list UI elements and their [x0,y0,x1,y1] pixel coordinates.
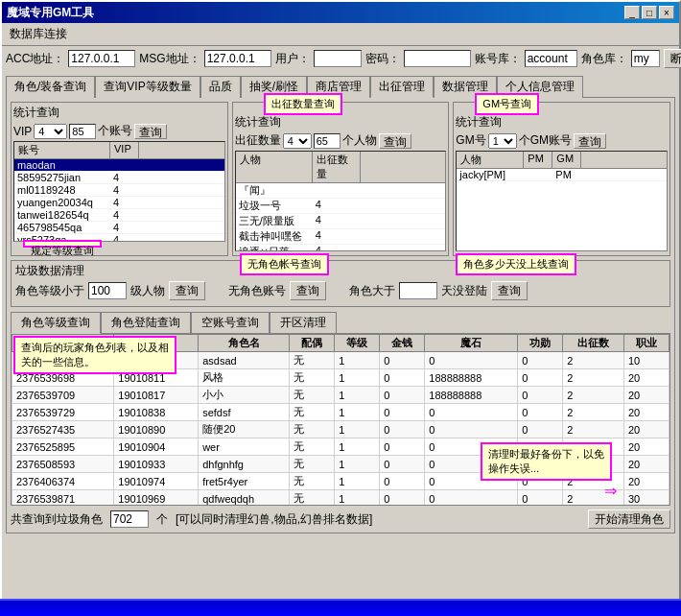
list-item[interactable]: ml011892484 [14,184,224,197]
expedition-query-button[interactable]: 查询 [379,133,411,149]
table-body: 237653978919010899asdsad无100021023765396… [12,352,669,507]
bottom-tab-strip: 角色等级查询 角色登陆查询 空账号查询 开区清理 [11,311,670,333]
vip-pink-label: 规定等级查询 [23,240,102,248]
vip-listbox[interactable]: 账号 VIP maodan 58595275jian4 ml011892484 … [13,141,225,242]
expedition-subtitle: 统计查询 [235,114,447,130]
gm-list-header: 人物 PM GM [457,152,667,169]
pwd-label: 密码： [365,51,400,67]
hint-label: [可以同时清理幻兽,物品,幻兽排名数据] [176,511,372,528]
level-input[interactable] [88,282,127,299]
maximize-button[interactable]: □ [642,6,657,19]
list-item[interactable]: 58595275jian4 [14,172,224,184]
level-unit: 级人物 [130,283,165,299]
tab-level-query[interactable]: 角色等级查询 [11,312,101,334]
gm-stat-box: GM号查询 统计查询 GM号 1 个GM账号 查询 人物 PM GM [453,102,670,256]
table-row[interactable]: 237653987119010969qdfweqdqh无1000230 [12,490,669,507]
tab-expedition[interactable]: 出征管理 [370,76,434,98]
days-label: 角色大于 [349,283,395,299]
expedition-listbox[interactable]: 人物 出征数量 『闻』 垃圾一号4 三无/限量版4 截击神叫嘿爸4 追逐∨日落4… [235,151,447,251]
col-expedition: 出征数 [563,335,624,352]
close-button[interactable]: × [659,6,674,19]
offline-days-text: 角色多少天没上线查询 [463,258,569,270]
vip-controls: VIP 4123 个账号 查询 [13,123,225,139]
expedition-query-label: 出征数量查询 [264,93,342,115]
vip-list-header: 账号 VIP [14,142,224,159]
vip-count-input[interactable] [69,124,96,139]
tab-empty-account[interactable]: 空账号查询 [191,312,270,334]
offline-days-label: 角色多少天没上线查询 [456,253,576,275]
list-item[interactable]: 垃圾一号4 [236,199,446,214]
expedition-stat-box: 出征数量查询 统计查询 出征数量 4 个人物 查询 人物 出征数量 [232,102,450,256]
list-item[interactable]: jacky[PM]PM [457,169,667,181]
vip-title: 统计查询 [13,105,225,121]
vip-select[interactable]: 4123 [34,124,67,139]
arrow-icon: ⇒ [604,482,617,500]
tab-vip[interactable]: 查询VIP等级数量 [95,76,200,98]
level-label: 角色等级小于 [15,283,84,299]
db-input[interactable] [525,50,577,67]
list-item[interactable]: 465798545qa4 [14,222,224,234]
list-item[interactable]: yuangen20034q4 [14,197,224,209]
col-name: 角色名 [199,335,290,352]
tab-role-equipment[interactable]: 角色/装备查询 [6,76,95,98]
level-query-button[interactable]: 查询 [169,281,205,300]
table-row[interactable]: 237652743519010890随便20无1000220 [12,421,669,438]
clean-info-box: 清理时最好备份下，以免操作失误... [481,442,612,481]
vip-query-button[interactable]: 查询 [134,124,167,139]
acc-row: ACC地址： MSG地址： 用户： 密码： 账号库： 角色库： 断开 [2,46,679,71]
gm-listbox[interactable]: 人物 PM GM jacky[PM]PM [456,151,668,251]
acc-input[interactable] [68,50,135,67]
minimize-button[interactable]: _ [624,6,640,19]
gm-select[interactable]: 1 [488,133,517,149]
no-account-text: 无角色帐号查询 [247,258,321,270]
db-label: 账号库： [475,51,521,67]
list-item[interactable]: maodan [14,159,224,172]
tab-login-query[interactable]: 角色登陆查询 [101,312,191,334]
col-magic: 魔石 [425,335,518,352]
no-role-label: 无角色账号 [228,283,286,299]
menu-item-db[interactable]: 数据库连接 [6,25,71,43]
expedition-select[interactable]: 4 [283,133,312,149]
info-box: 查询后的玩家角色列表，以及相关的一些信息。 [13,336,176,374]
disconnect-button[interactable]: 断开 [664,49,681,68]
list-item[interactable]: tanwei182654q4 [14,209,224,222]
list-item[interactable]: 截击神叫嘿爸4 [236,229,446,245]
msg-input[interactable] [204,50,271,67]
no-account-query-button[interactable]: 查询 [290,281,326,300]
gm-subtitle: 统计查询 [456,114,668,130]
menu-bar: 数据库连接 [2,23,679,46]
col-level: 等级 [335,335,380,352]
count-unit: 个 [156,511,168,528]
col-merit: 功勋 [518,335,563,352]
vip-unit: 个账号 [98,123,132,139]
vip-col-vip: VIP [110,142,139,158]
count-input[interactable] [110,510,149,528]
expedition-count-input[interactable] [314,133,340,149]
days-input[interactable] [399,282,437,299]
days-query-button[interactable]: 查询 [491,281,528,300]
user-input[interactable] [314,50,362,67]
vip-label: VIP [13,125,32,138]
gm-unit: 个GM账号 [519,132,572,149]
tab-zone-clean[interactable]: 开区清理 [270,312,337,334]
user-label: 用户： [275,51,310,67]
list-item[interactable]: 追逐∨日落4 [236,245,446,251]
bottom-controls: 共查询到垃圾角色 个 [可以同时清理幻兽,物品,幻兽排名数据] 开始清理角色 [11,509,670,529]
no-account-label: 无角色帐号查询 [240,253,329,275]
gm-query-button[interactable]: 查询 [574,133,606,149]
clean-button[interactable]: 开始清理角色 [588,509,670,529]
list-item[interactable]: 三无/限量版4 [236,214,446,229]
col-spouse: 配偶 [290,335,335,352]
stat-row: 统计查询 VIP 4123 个账号 查询 账号 VIP maodan [11,102,670,256]
table-row[interactable]: 237653970919010817小小无101888888880220 [12,387,669,404]
list-item[interactable]: 『闻』 [236,183,446,199]
data-panel[interactable]: 查询后的玩家角色列表，以及相关的一些信息。 账号 角色号 角色名 配偶 等级 金… [11,333,670,506]
status-bar [0,599,681,616]
pwd-input[interactable] [404,50,471,67]
expedition-unit: 个人物 [342,132,377,149]
vip-pink-text: 规定等级查询 [31,245,94,256]
window-title: 魔域专用GM工具 [7,5,94,21]
tab-quality[interactable]: 品质 [200,76,241,98]
table-row[interactable]: 237653972919010838sefdsf无1000220 [12,404,669,421]
role-input[interactable] [631,50,660,67]
